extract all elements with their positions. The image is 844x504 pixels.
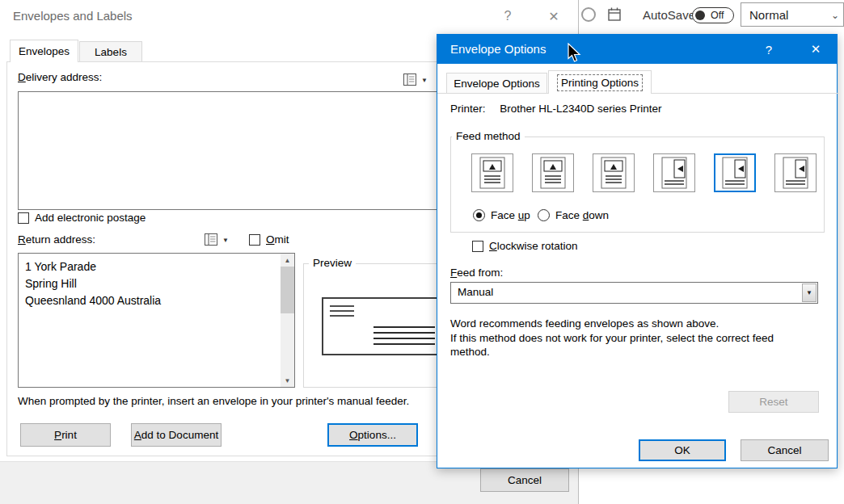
feed-vertical-center-option[interactable] bbox=[714, 153, 756, 192]
circle-icon[interactable] bbox=[581, 7, 596, 22]
cancel-button[interactable]: Cancel bbox=[480, 468, 569, 492]
dropdown-arrow-icon: ▼ bbox=[421, 77, 428, 84]
printer-label: Printer: bbox=[450, 103, 486, 115]
toggle-knob bbox=[695, 10, 705, 20]
help-button[interactable]: ? bbox=[751, 35, 787, 64]
feed-vertical-right-option[interactable] bbox=[774, 153, 817, 192]
chevron-down-icon: ⌄ bbox=[831, 10, 839, 21]
face-down-radio[interactable]: Face down bbox=[538, 209, 609, 221]
return-address-label: Return address: bbox=[18, 233, 95, 246]
return-address-input[interactable]: 1 York Parade Spring Hill Queesnland 400… bbox=[18, 253, 295, 388]
feed-from-value: Manual bbox=[458, 286, 493, 298]
radio-circle bbox=[538, 209, 550, 221]
style-value: Normal bbox=[749, 8, 788, 22]
feed-horizontal-icon bbox=[596, 156, 631, 190]
cancel-button[interactable]: Cancel bbox=[741, 439, 829, 461]
radio-circle bbox=[473, 209, 485, 221]
dropdown-arrow-icon: ▼ bbox=[222, 237, 229, 244]
feed-vertical-icon bbox=[656, 156, 692, 190]
feed-horizontal-left-option[interactable] bbox=[471, 153, 513, 192]
feed-horizontal-right-option[interactable] bbox=[593, 153, 635, 192]
close-icon[interactable]: ✕ bbox=[542, 6, 566, 27]
insert-return-address-button[interactable]: ▼ bbox=[203, 233, 229, 247]
autosave-label: AutoSave bbox=[643, 8, 695, 22]
omit-checkbox[interactable]: Omit bbox=[249, 233, 289, 246]
clockwise-rotation-checkbox[interactable]: Clockwise rotation bbox=[472, 240, 578, 252]
add-to-document-button[interactable]: Add to Document bbox=[131, 423, 222, 447]
face-up-radio[interactable]: Face up bbox=[473, 209, 530, 221]
checkbox-box bbox=[249, 234, 260, 246]
scrollbar-thumb[interactable] bbox=[281, 267, 294, 313]
recommendation-text: Word recommends feeding envelopes as sho… bbox=[450, 317, 774, 359]
address-book-icon bbox=[203, 233, 219, 247]
envelope-preview bbox=[322, 297, 443, 355]
options-button[interactable]: Options... bbox=[327, 423, 418, 447]
style-dropdown[interactable]: Normal ⌄ bbox=[741, 2, 844, 27]
feed-vertical-icon bbox=[717, 156, 753, 190]
close-icon[interactable]: ✕ bbox=[798, 35, 833, 64]
feed-method-label: Feed method bbox=[452, 130, 525, 142]
tab-envelope-options[interactable]: Envelope Options bbox=[446, 73, 547, 93]
screen: AutoSave Off Normal ⌄ Envelopes and Labe… bbox=[0, 0, 844, 504]
autosave-state: Off bbox=[711, 10, 724, 21]
feed-horizontal-icon bbox=[475, 156, 510, 190]
delivery-address-label: Delivery address: bbox=[18, 71, 102, 83]
insert-address-button[interactable]: ▼ bbox=[402, 73, 428, 87]
ok-button[interactable]: OK bbox=[639, 439, 726, 461]
feed-from-select[interactable]: Manual ▼ bbox=[450, 282, 818, 304]
preview-label: Preview bbox=[309, 257, 356, 269]
scroll-down-icon[interactable]: ▼ bbox=[281, 374, 294, 387]
feed-horizontal-icon bbox=[535, 156, 571, 190]
print-button[interactable]: Print bbox=[20, 423, 111, 447]
printer-row: Printer: Brother HL-L2340D series Printe… bbox=[450, 103, 662, 115]
mouse-cursor bbox=[566, 43, 582, 64]
feed-from-label: Feed from: bbox=[450, 267, 503, 279]
autosave-toggle[interactable]: Off bbox=[692, 7, 734, 23]
reset-button: Reset bbox=[728, 391, 819, 413]
help-button[interactable]: ? bbox=[496, 6, 520, 27]
feed-vertical-icon bbox=[778, 156, 813, 190]
checkbox-box bbox=[472, 241, 483, 252]
return-address-text: 1 York Parade Spring Hill Queesnland 400… bbox=[19, 254, 294, 309]
envelope-options-dialog: Envelope Options ? ✕ Envelope Options Pr… bbox=[437, 34, 838, 468]
calendar-icon[interactable] bbox=[606, 6, 623, 23]
tab-envelopes[interactable]: Envelopes bbox=[10, 40, 78, 62]
tab-printing-options[interactable]: Printing Options bbox=[548, 70, 652, 94]
tab-labels[interactable]: Labels bbox=[79, 41, 142, 61]
dropdown-arrow-icon: ▼ bbox=[802, 284, 817, 302]
checkbox-box bbox=[18, 212, 29, 224]
scroll-up-icon[interactable]: ▲ bbox=[281, 254, 294, 267]
electronic-postage-checkbox[interactable]: Add electronic postage bbox=[18, 212, 146, 224]
printer-instruction: When prompted by the printer, insert an … bbox=[18, 395, 409, 407]
address-book-icon bbox=[402, 73, 418, 87]
vertical-scrollbar[interactable]: ▲ ▼ bbox=[281, 254, 294, 387]
printer-value: Brother HL-L2340D series Printer bbox=[500, 103, 661, 115]
feed-horizontal-center-option[interactable] bbox=[532, 153, 574, 192]
dialog-title: Envelopes and Labels bbox=[13, 9, 133, 23]
dialog-title: Envelope Options bbox=[450, 42, 546, 56]
feed-vertical-left-option[interactable] bbox=[653, 153, 695, 192]
